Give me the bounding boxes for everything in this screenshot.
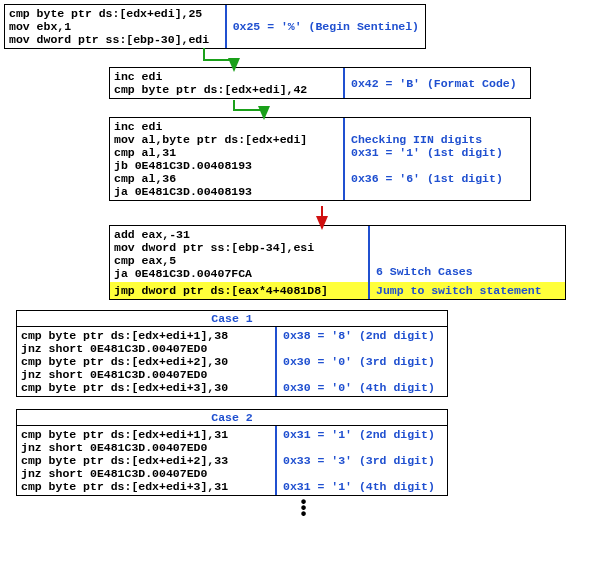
asm-comment: 0x42 = 'B' (Format Code) [343,68,530,98]
highlighted-jump: jmp dword ptr ds:[eax*4+4081D8] Jump to … [110,282,565,299]
asm-comment: 0x25 = '%' (Begin Sentinel) [225,5,425,48]
diagram-root: cmp byte ptr ds:[edx+edi],25 mov ebx,1 m… [4,4,600,518]
asm-code: cmp byte ptr ds:[edx+edi+1],38 jnz short… [17,327,275,396]
block-iin: inc edi mov al,byte ptr ds:[edx+edi] cmp… [109,117,531,201]
block-switch: add eax,-31 mov dword ptr ss:[ebp-34],es… [109,225,566,300]
asm-comment: 6 Switch Cases [368,226,565,282]
asm-code: cmp byte ptr ds:[edx+edi],25 mov ebx,1 m… [5,5,225,48]
block-format: inc edi cmp byte ptr ds:[edx+edi],42 0x4… [109,67,531,99]
asm-code: inc edi mov al,byte ptr ds:[edx+edi] cmp… [110,118,343,200]
asm-comment: Checking IIN digits 0x31 = '1' (1st digi… [343,118,530,200]
case-2-box: Case 2 cmp byte ptr ds:[edx+edi+1],31 jn… [16,409,448,496]
asm-code: cmp byte ptr ds:[edx+edi+1],31 jnz short… [17,426,275,495]
ellipsis-icon: • • • [4,500,600,518]
case-1-box: Case 1 cmp byte ptr ds:[edx+edi+1],38 jn… [16,310,448,397]
asm-comment: 0x31 = '1' (2nd digit) 0x33 = '3' (3rd d… [275,426,447,495]
asm-comment-hl: Jump to switch statement [368,282,565,299]
asm-code: add eax,-31 mov dword ptr ss:[ebp-34],es… [110,226,368,282]
case-title: Case 1 [17,311,447,327]
asm-code: inc edi cmp byte ptr ds:[edx+edi],42 [110,68,343,98]
asm-code-hl: jmp dword ptr ds:[eax*4+4081D8] [110,282,368,299]
asm-comment: 0x38 = '8' (2nd digit) 0x30 = '0' (3rd d… [275,327,447,396]
block-sentinel: cmp byte ptr ds:[edx+edi],25 mov ebx,1 m… [4,4,426,49]
case-title: Case 2 [17,410,447,426]
